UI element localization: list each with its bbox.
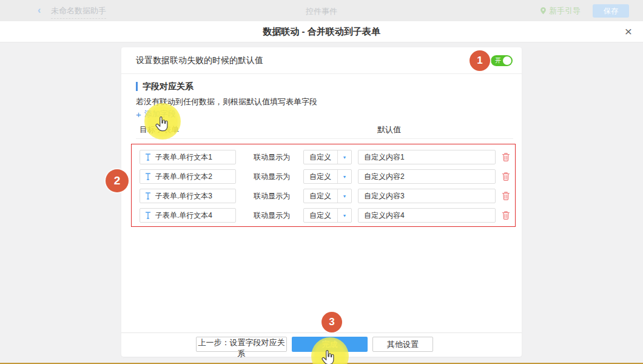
save-button[interactable]: 保存 — [593, 4, 629, 18]
trash-icon — [502, 191, 510, 201]
field-mapping-rows: 子表单.单行文本1 联动显示为 自定义 ▼ 自定义内容1 子表单.单行文本2 联… — [121, 150, 522, 228]
text-field-icon — [145, 212, 151, 219]
table-row: 子表单.单行文本4 联动显示为 自定义 ▼ 自定义内容4 — [140, 208, 522, 223]
target-field-input[interactable]: 子表单.单行文本1 — [140, 150, 236, 164]
text-field-icon — [145, 173, 151, 180]
default-value-input[interactable]: 自定义内容2 — [358, 169, 496, 184]
target-field-value: 子表单.单行文本1 — [155, 152, 212, 163]
settings-panel: 设置数据联动失败的时候的默认值 开 字段对应关系 若没有联动到任何数据，则根据默… — [121, 47, 522, 357]
hand-cursor-icon — [322, 350, 335, 364]
mode-select[interactable]: 自定义 ▼ — [303, 169, 352, 184]
guide-label: 新手引导 — [549, 5, 581, 16]
default-value-toggle[interactable]: 开 — [491, 55, 513, 66]
hand-cursor-icon — [155, 116, 169, 132]
mode-select[interactable]: 自定义 ▼ — [303, 208, 352, 223]
top-bar: ‹ 未命名数据助手 控件事件 新手引导 保存 — [0, 0, 643, 21]
relation-label: 联动显示为 — [254, 211, 291, 221]
mode-select-value: 自定义 — [304, 170, 337, 183]
trash-icon — [502, 211, 510, 220]
close-icon[interactable]: × — [625, 23, 632, 40]
column-divider — [136, 138, 513, 139]
text-field-icon — [145, 153, 151, 161]
modal-title: 数据联动 - 合并联动到子表单 — [0, 26, 643, 38]
target-field-value: 子表单.单行文本4 — [155, 211, 212, 221]
trash-icon — [502, 152, 510, 162]
mode-select-value: 自定义 — [304, 150, 337, 164]
table-row: 子表单.单行文本1 联动显示为 自定义 ▼ 自定义内容1 — [140, 150, 522, 164]
default-value-input[interactable]: 自定义内容3 — [358, 189, 496, 203]
app-window: ‹ 未命名数据助手 控件事件 新手引导 保存 数据联动 - 合并联动到子表单 ×… — [0, 0, 643, 364]
target-field-value: 子表单.单行文本2 — [155, 172, 212, 182]
chevron-down-icon[interactable]: ▼ — [337, 209, 351, 222]
other-settings-button[interactable]: 其他设置 — [372, 337, 433, 352]
annotation-step-badge-1: 1 — [470, 50, 490, 71]
toggle-on-label: 开 — [495, 56, 501, 65]
default-value-input[interactable]: 自定义内容1 — [358, 150, 496, 164]
field-mapping-title: 字段对应关系 — [136, 82, 194, 91]
delete-row-button[interactable] — [502, 191, 510, 201]
mode-select-value: 自定义 — [304, 189, 337, 203]
annotation-step-badge-2: 2 — [106, 169, 129, 192]
annotation-step-badge-3: 3 — [322, 312, 342, 332]
prev-step-button[interactable]: 上一步：设置字段对应关系 — [196, 337, 287, 352]
relation-label: 联动显示为 — [254, 191, 291, 201]
chevron-down-icon[interactable]: ▼ — [337, 189, 351, 203]
guide-button[interactable]: 新手引导 — [540, 5, 581, 16]
default-value-title: 设置数据联动失败的时候的默认值 — [136, 55, 263, 66]
table-row: 子表单.单行文本2 联动显示为 自定义 ▼ 自定义内容2 — [140, 169, 522, 184]
text-field-icon — [145, 192, 151, 200]
mode-select[interactable]: 自定义 ▼ — [303, 189, 352, 203]
toggle-knob — [503, 56, 511, 65]
default-value-section-header: 设置数据联动失败的时候的默认值 开 — [121, 47, 522, 74]
chevron-down-icon[interactable]: ▼ — [337, 150, 351, 164]
target-field-input[interactable]: 子表单.单行文本4 — [140, 208, 236, 223]
table-row: 子表单.单行文本3 联动显示为 自定义 ▼ 自定义内容3 — [140, 189, 522, 203]
column-header-default: 默认值 — [377, 124, 401, 135]
pin-icon — [540, 7, 547, 15]
target-field-input[interactable]: 子表单.单行文本2 — [140, 169, 236, 184]
default-value-input[interactable]: 自定义内容4 — [358, 208, 496, 223]
delete-row-button[interactable] — [502, 152, 510, 162]
chevron-down-icon[interactable]: ▼ — [337, 170, 351, 183]
relation-label: 联动显示为 — [254, 152, 291, 163]
plus-icon: + — [136, 109, 141, 120]
modal-header: 数据联动 - 合并联动到子表单 × — [0, 21, 643, 42]
footer-divider — [121, 332, 522, 333]
mode-select[interactable]: 自定义 ▼ — [303, 150, 352, 164]
target-field-input[interactable]: 子表单.单行文本3 — [140, 189, 236, 203]
target-field-value: 子表单.单行文本3 — [155, 191, 212, 201]
trash-icon — [502, 172, 510, 181]
mode-select-value: 自定义 — [304, 209, 337, 222]
relation-label: 联动显示为 — [254, 172, 291, 182]
delete-row-button[interactable] — [502, 172, 510, 181]
delete-row-button[interactable] — [502, 211, 510, 220]
